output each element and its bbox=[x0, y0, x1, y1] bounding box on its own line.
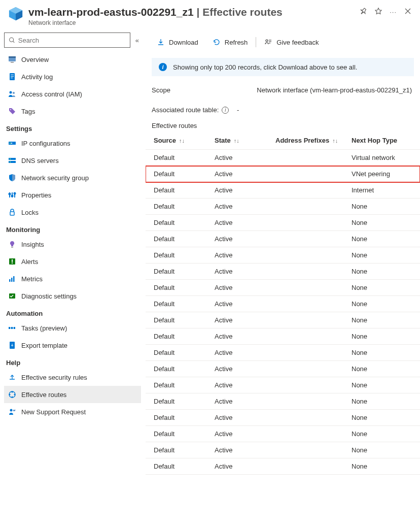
cell-source: Default bbox=[146, 247, 206, 263]
sidebar-item-effsec[interactable]: Effective security rules bbox=[4, 369, 141, 386]
column-header-source[interactable]: Source↑↓ bbox=[146, 133, 206, 150]
info-banner-text: Showing only top 200 records, click Down… bbox=[173, 63, 358, 71]
table-row[interactable]: DefaultActiveInternet bbox=[146, 182, 420, 199]
download-button[interactable]: Download bbox=[150, 34, 205, 51]
table-row[interactable]: DefaultActiveNone bbox=[146, 328, 420, 345]
sidebar-item-nsg[interactable]: Network security group bbox=[4, 169, 141, 186]
feedback-button[interactable]: Give feedback bbox=[257, 34, 326, 51]
sort-icon: ↑↓ bbox=[179, 138, 185, 144]
cell-prefixes bbox=[267, 410, 343, 426]
cell-nexthop: None bbox=[343, 393, 420, 410]
table-row[interactable]: DefaultActiveNone bbox=[146, 458, 420, 475]
column-header-nexthop[interactable]: Next Hop Type bbox=[343, 133, 420, 150]
table-row[interactable]: DefaultActiveNone bbox=[146, 296, 420, 312]
cell-nexthop: None bbox=[343, 328, 420, 345]
tasks-icon bbox=[8, 324, 16, 332]
cell-prefixes bbox=[267, 426, 343, 442]
table-row[interactable]: DefaultActiveNone bbox=[146, 263, 420, 280]
cell-source: Default bbox=[146, 263, 206, 280]
cell-source: Default bbox=[146, 442, 206, 458]
sidebar-item-dns[interactable]: DNS servers bbox=[4, 152, 141, 169]
collapse-sidebar-icon[interactable]: « bbox=[133, 35, 141, 46]
sidebar-item-effroutes[interactable]: Effective routes bbox=[4, 386, 141, 403]
table-row[interactable]: DefaultActiveNone bbox=[146, 199, 420, 215]
cell-prefixes bbox=[267, 215, 343, 231]
locks-icon bbox=[8, 208, 16, 216]
toolbar-separator bbox=[256, 37, 256, 47]
sidebar-item-ipconfig[interactable]: IP configurations bbox=[4, 135, 141, 152]
column-header-prefixes[interactable]: Address Prefixes↑↓ bbox=[267, 133, 343, 150]
table-row[interactable]: DefaultActiveNone bbox=[146, 231, 420, 247]
sidebar-item-insights[interactable]: Insights bbox=[4, 236, 141, 253]
table-row[interactable]: DefaultActiveVNet peering bbox=[146, 166, 420, 182]
close-icon[interactable] bbox=[404, 7, 412, 17]
sidebar-item-diag[interactable]: Diagnostic settings bbox=[4, 287, 141, 305]
cell-nexthop: None bbox=[343, 377, 420, 393]
column-header-state[interactable]: State↑↓ bbox=[206, 133, 267, 150]
sidebar-item-export[interactable]: Export template bbox=[4, 337, 141, 354]
cell-state: Active bbox=[206, 442, 267, 458]
table-row[interactable]: DefaultActiveNone bbox=[146, 280, 420, 296]
more-icon[interactable]: ··· bbox=[390, 8, 397, 16]
metrics-icon bbox=[8, 275, 16, 283]
cell-nexthop: None bbox=[343, 312, 420, 328]
sidebar-item-metrics[interactable]: Metrics bbox=[4, 270, 141, 287]
cell-nexthop: None bbox=[343, 231, 420, 247]
sidebar-item-label: New Support Request bbox=[21, 408, 86, 416]
refresh-button[interactable]: Refresh bbox=[205, 34, 255, 51]
cell-source: Default bbox=[146, 166, 206, 182]
cell-prefixes bbox=[267, 345, 343, 361]
sidebar-item-tasks[interactable]: Tasks (preview) bbox=[4, 319, 141, 337]
favorite-icon[interactable] bbox=[374, 7, 382, 17]
sidebar-item-iam[interactable]: Access control (IAM) bbox=[4, 85, 141, 103]
sort-icon: ↑↓ bbox=[234, 138, 239, 144]
table-row[interactable]: DefaultActiveNone bbox=[146, 215, 420, 231]
resource-type-subtitle: Network interface bbox=[28, 19, 354, 26]
info-tooltip-icon[interactable]: i bbox=[222, 107, 229, 114]
cell-nexthop: None bbox=[343, 426, 420, 442]
iam-icon bbox=[8, 90, 16, 98]
table-row[interactable]: DefaultActiveNone bbox=[146, 426, 420, 442]
cell-source: Default bbox=[146, 296, 206, 312]
svg-rect-24 bbox=[10, 212, 14, 215]
associated-route-table-value: - bbox=[237, 106, 239, 114]
sidebar-item-tags[interactable]: Tags bbox=[4, 103, 141, 120]
svg-point-40 bbox=[12, 391, 13, 393]
search-input[interactable] bbox=[4, 32, 130, 48]
routes-table: Source↑↓ State↑↓ Address Prefixes↑↓ Next… bbox=[146, 133, 420, 475]
dns-icon bbox=[8, 156, 16, 164]
export-icon bbox=[8, 341, 16, 349]
sidebar-item-alerts[interactable]: Alerts bbox=[4, 253, 141, 270]
sidebar-item-locks[interactable]: Locks bbox=[4, 204, 141, 221]
sidebar-item-overview[interactable]: Overview bbox=[4, 51, 141, 68]
sidebar-group-automation: Automation bbox=[4, 305, 141, 319]
table-row[interactable]: DefaultActiveNone bbox=[146, 377, 420, 393]
svg-rect-31 bbox=[13, 276, 15, 282]
table-row[interactable]: DefaultActiveNone bbox=[146, 312, 420, 328]
sidebar-group-settings: Settings bbox=[4, 120, 141, 135]
sidebar-item-activity[interactable]: Activity log bbox=[4, 68, 141, 85]
sidebar-item-props[interactable]: Properties bbox=[4, 186, 141, 204]
sidebar-item-label: Properties bbox=[21, 191, 51, 199]
table-row[interactable]: DefaultActiveNone bbox=[146, 410, 420, 426]
sidebar-item-label: Insights bbox=[21, 241, 44, 248]
sidebar-item-support[interactable]: New Support Request bbox=[4, 403, 141, 420]
support-icon bbox=[8, 408, 16, 416]
table-row[interactable]: DefaultActiveVirtual network bbox=[146, 150, 420, 166]
cell-source: Default bbox=[146, 312, 206, 328]
cell-prefixes bbox=[267, 166, 343, 182]
cell-state: Active bbox=[206, 328, 267, 345]
cell-prefixes bbox=[267, 377, 343, 393]
table-row[interactable]: DefaultActiveNone bbox=[146, 247, 420, 263]
pin-icon[interactable] bbox=[359, 7, 367, 17]
tags-icon bbox=[8, 107, 16, 115]
sidebar: « OverviewActivity logAccess control (IA… bbox=[0, 29, 146, 528]
svg-rect-25 bbox=[11, 247, 13, 248]
table-row[interactable]: DefaultActiveNone bbox=[146, 393, 420, 410]
table-row[interactable]: DefaultActiveNone bbox=[146, 361, 420, 377]
cell-nexthop: None bbox=[343, 458, 420, 475]
effroutes-icon bbox=[8, 390, 16, 399]
table-row[interactable]: DefaultActiveNone bbox=[146, 442, 420, 458]
alerts-icon bbox=[8, 257, 16, 266]
table-row[interactable]: DefaultActiveNone bbox=[146, 345, 420, 361]
